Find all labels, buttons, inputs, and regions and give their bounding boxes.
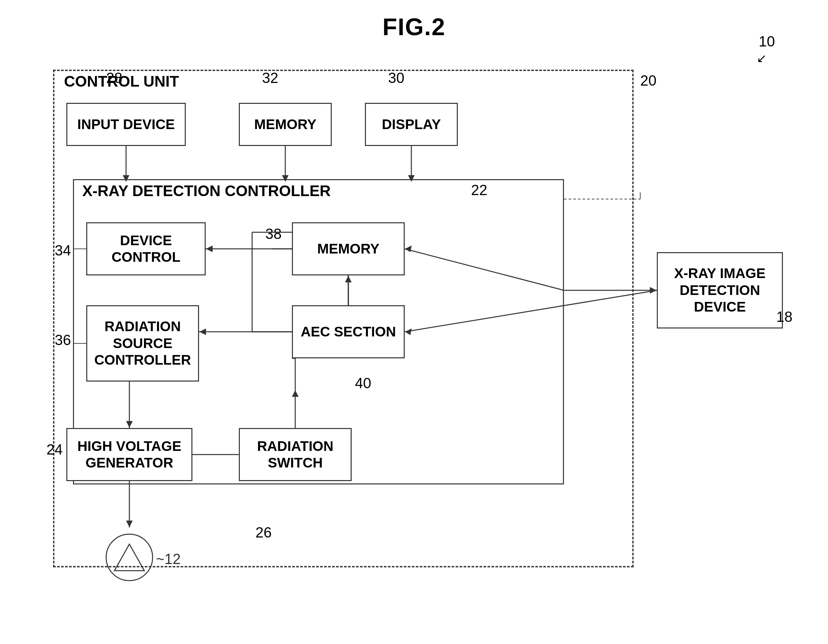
diagram: FIG.2 10 ↙ CONTROL UNIT 20 28 32 30 INPU… [0, 0, 828, 644]
input-device-box: INPUT DEVICE [66, 103, 186, 146]
high-voltage-box: HIGH VOLTAGE GENERATOR [66, 428, 193, 481]
ref-30: 30 [388, 70, 405, 86]
aec-section-box: AEC SECTION [292, 305, 405, 358]
memory-top-box: MEMORY [239, 103, 332, 146]
ref-32: 32 [262, 70, 278, 86]
device-control-box: DEVICE CONTROL [86, 222, 205, 275]
svg-marker-19 [650, 287, 657, 294]
figure-title: FIG.2 [383, 13, 445, 41]
ref-38: 38 [265, 226, 282, 242]
ref-34: 34 [55, 242, 71, 259]
ref-26: 26 [256, 524, 272, 541]
ref-40: 40 [355, 375, 371, 391]
ref-28: 28 [106, 70, 122, 86]
xray-detection-label: X-RAY DETECTION CONTROLLER [80, 182, 333, 200]
ref-18: 18 [776, 309, 792, 325]
xray-image-box: X-RAY IMAGE DETECTION DEVICE [657, 252, 783, 328]
radiation-source-box: RADIATION SOURCE CONTROLLER [86, 305, 199, 382]
ref-24: 24 [46, 441, 63, 458]
ref-22: 22 [471, 182, 487, 198]
radiation-switch-box: RADIATION SWITCH [239, 428, 352, 481]
ref-36: 36 [55, 332, 71, 349]
ref-20: 20 [640, 72, 657, 89]
ref-10-arrow: ↙ [757, 52, 767, 65]
memory-inner-box: MEMORY [292, 222, 405, 275]
display-box: DISPLAY [365, 103, 458, 146]
ref-10: 10 [759, 33, 775, 50]
